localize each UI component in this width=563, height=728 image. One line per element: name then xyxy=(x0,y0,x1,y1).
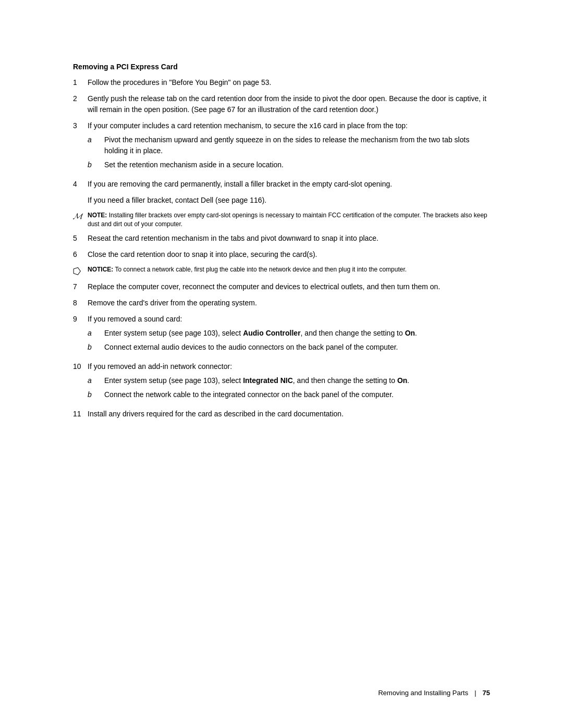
step-10a-bold2: On xyxy=(397,376,407,385)
step-9a: a Enter system setup (see page 103), sel… xyxy=(88,328,490,339)
step-9b: b Connect external audio devices to the … xyxy=(88,342,490,353)
step-10a-content: Enter system setup (see page 103), selec… xyxy=(104,375,490,386)
step-3-content: If your computer includes a card retenti… xyxy=(88,120,490,174)
note-content-1: NOTE: Installing filler brackets over em… xyxy=(88,211,490,229)
step-10-num: 10 xyxy=(73,361,88,403)
step-10-content: If you removed an add-in network connect… xyxy=(88,361,490,403)
step-1: 1 Follow the procedures in "Before You B… xyxy=(73,77,490,88)
step-3-num: 3 xyxy=(73,120,88,174)
step-8-content: Remove the card's driver from the operat… xyxy=(88,298,490,309)
note-block-1: 𝓜 NOTE: Installing filler brackets over … xyxy=(73,211,490,229)
step-1-content: Follow the procedures in "Before You Beg… xyxy=(88,77,490,88)
step-10-sublist: a Enter system setup (see page 103), sel… xyxy=(88,375,490,400)
note-icon-1: 𝓜 xyxy=(73,212,88,221)
step-3a-letter: a xyxy=(88,134,104,156)
step-8-num: 8 xyxy=(73,298,88,309)
step-9a-bold2: On xyxy=(405,329,415,337)
step-3-sublist: a Pivot the mechanism upward and gently … xyxy=(88,134,490,170)
step-2: 2 Gently push the release tab on the car… xyxy=(73,93,490,115)
step-9a-content: Enter system setup (see page 103), selec… xyxy=(104,328,490,339)
step-10b: b Connect the network cable to the integ… xyxy=(88,389,490,400)
step-7-num: 7 xyxy=(73,281,88,292)
footer-section-title: Removing and Installing Parts xyxy=(378,689,468,697)
step-3b: b Set the retention mechanism aside in a… xyxy=(88,159,490,170)
step-9a-letter: a xyxy=(88,328,104,339)
step-10a-letter: a xyxy=(88,375,104,386)
notice-icon-1: ⭔ xyxy=(73,266,88,277)
steps-list-3: 7 Replace the computer cover, reconnect … xyxy=(73,281,490,419)
step-11-num: 11 xyxy=(73,409,88,419)
step-10a: a Enter system setup (see page 103), sel… xyxy=(88,375,490,386)
step-3: 3 If your computer includes a card reten… xyxy=(73,120,490,174)
step-8: 8 Remove the card's driver from the oper… xyxy=(73,298,490,309)
note-label-1: NOTE: xyxy=(88,212,107,219)
step-5: 5 Reseat the card retention mechanism in… xyxy=(73,233,490,244)
page-footer: Removing and Installing Parts | 75 xyxy=(378,689,490,697)
notice-block-1: ⭔ NOTICE: To connect a network cable, fi… xyxy=(73,265,490,277)
footer-page-number: 75 xyxy=(483,689,490,697)
section-title: Removing a PCI Express Card xyxy=(73,63,490,71)
step-9-content: If you removed a sound card: a Enter sys… xyxy=(88,314,490,356)
step-2-num: 2 xyxy=(73,93,88,115)
page-container: Removing a PCI Express Card 1 Follow the… xyxy=(0,0,563,728)
step-9-sublist: a Enter system setup (see page 103), sel… xyxy=(88,328,490,353)
step-7-content: Replace the computer cover, reconnect th… xyxy=(88,281,490,292)
step-9b-content: Connect external audio devices to the au… xyxy=(104,342,490,353)
step-4-num: 4 xyxy=(73,179,88,190)
step-4: 4 If you are removing the card permanent… xyxy=(73,179,490,190)
step-11: 11 Install any drivers required for the … xyxy=(73,409,490,419)
step-1-num: 1 xyxy=(73,77,88,88)
step-9a-bold1: Audio Controller xyxy=(243,329,300,337)
step-7: 7 Replace the computer cover, reconnect … xyxy=(73,281,490,292)
step-4-extra: If you need a filler bracket, contact De… xyxy=(88,195,490,206)
step-11-content: Install any drivers required for the car… xyxy=(88,409,490,419)
step-5-num: 5 xyxy=(73,233,88,244)
footer-divider: | xyxy=(474,689,476,697)
step-9-num: 9 xyxy=(73,314,88,356)
step-10a-bold1: Integrated NIC xyxy=(243,376,293,385)
step-10b-content: Connect the network cable to the integra… xyxy=(104,389,490,400)
steps-list: 1 Follow the procedures in "Before You B… xyxy=(73,77,490,190)
steps-list-2: 5 Reseat the card retention mechanism in… xyxy=(73,233,490,260)
step-5-content: Reseat the card retention mechanism in t… xyxy=(88,233,490,244)
step-9: 9 If you removed a sound card: a Enter s… xyxy=(73,314,490,356)
step-9b-letter: b xyxy=(88,342,104,353)
step-3a: a Pivot the mechanism upward and gently … xyxy=(88,134,490,156)
step-2-content: Gently push the release tab on the card … xyxy=(88,93,490,115)
step-3a-content: Pivot the mechanism upward and gently sq… xyxy=(104,134,490,156)
step-6: 6 Close the card retention door to snap … xyxy=(73,249,490,260)
step-3b-content: Set the retention mechanism aside in a s… xyxy=(104,159,490,170)
step-6-content: Close the card retention door to snap it… xyxy=(88,249,490,260)
step-10: 10 If you removed an add-in network conn… xyxy=(73,361,490,403)
notice-content-1: NOTICE: To connect a network cable, firs… xyxy=(88,265,490,274)
step-3b-letter: b xyxy=(88,159,104,170)
step-4-content: If you are removing the card permanently… xyxy=(88,179,490,190)
step-6-num: 6 xyxy=(73,249,88,260)
notice-label-1: NOTICE: xyxy=(88,266,113,273)
step-10b-letter: b xyxy=(88,389,104,400)
